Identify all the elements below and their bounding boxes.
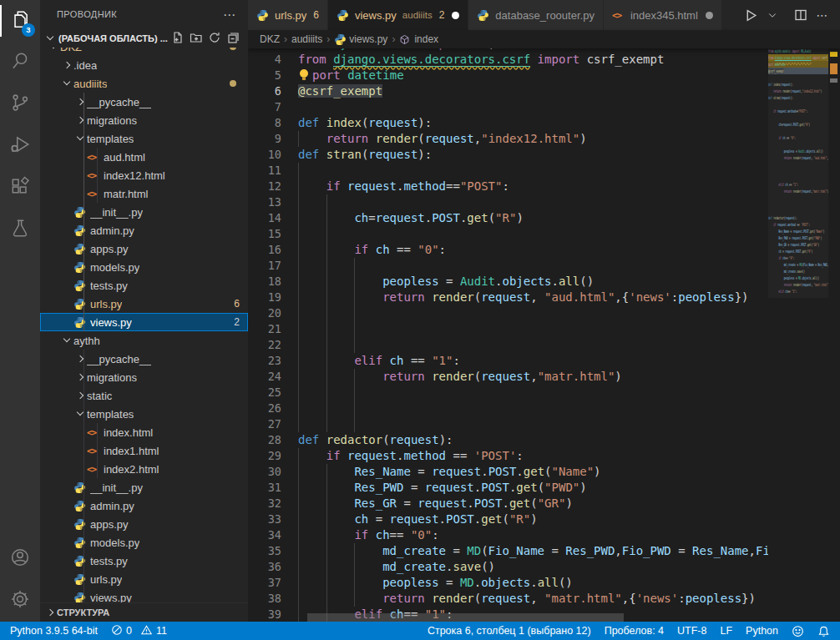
problems-status[interactable]: 0 11 [111,624,167,638]
indentation-status[interactable]: Пробелов: 4 [605,625,664,637]
tree-file-models-py[interactable]: models.py [40,258,248,276]
search-activity-button[interactable] [0,42,40,83]
tab-urls-py[interactable]: urls.py6 [248,0,328,30]
tree-file-apps-py[interactable]: apps.py [40,515,248,533]
chevron-down-icon [73,405,87,423]
horizontal-scrollbar[interactable] [307,613,624,622]
tree-item-label: .idea [73,59,97,72]
encoding-status[interactable]: UTF-8 [677,625,706,637]
tree-folder-__pycache__[interactable]: __pycache__ [40,93,248,111]
tree-folder-static[interactable]: static [40,386,248,405]
eol-status[interactable]: LF [720,625,732,637]
tree-file-urls-py[interactable]: urls.py [40,570,248,588]
feedback-icon[interactable] [792,625,804,637]
settings-button[interactable] [0,580,40,622]
account-button[interactable] [0,538,40,580]
tab-database_roouter-py[interactable]: database_roouter.py [468,0,604,30]
code-line-28: 28def redactor(request): [248,432,768,448]
code-line-35: 35 md_create = MD(Fio_Name = Res_PWD,Fio… [248,543,768,559]
tree-file-tests-py[interactable]: tests.py [40,276,248,295]
tree-file-apps-py[interactable]: apps.py [40,239,248,258]
notifications-bell-icon[interactable] [817,625,830,637]
tree-file-views-py[interactable]: views.py [40,588,248,602]
workspace-section-label: (РАБОЧАЯ ОБЛАСТЬ) ... [58,33,171,43]
breadcrumb-item-index[interactable]: index [399,33,438,45]
new-folder-button[interactable] [190,31,203,46]
line-number: 22 [248,337,281,353]
html-file-icon: <> [612,10,630,21]
breadcrumb-item-audiiits[interactable]: audiiits [291,33,322,45]
overview-ruler-mark [830,52,837,57]
tree-folder-audiiits[interactable]: audiiits [40,74,248,93]
refresh-button[interactable] [208,31,221,46]
tab-index345-html[interactable]: <>index345.html [604,0,722,30]
breadcrumb-item-views-py[interactable]: views.py [334,33,387,46]
tree-file-views-py[interactable]: views.py2 [40,313,248,331]
lightbulb-icon[interactable] [298,69,312,81]
collapse-all-button[interactable] [226,31,240,46]
tree-item-label: static [87,390,112,402]
tree-file-index-html[interactable]: <>index.html [40,423,248,441]
tree-file-tests-py[interactable]: tests.py [40,552,248,570]
workspace-section-header[interactable]: (РАБОЧАЯ ОБЛАСТЬ) ... [40,29,248,48]
tree-item-label: admin.py [90,224,134,237]
editor-more-actions-button[interactable]: ⋯ [813,6,832,24]
outline-section-header[interactable]: СТРУКТУРА [40,602,248,622]
tree-folder-aythh[interactable]: aythh [40,331,248,350]
tree-file-index1-html[interactable]: <>index1.html [40,441,248,460]
tree-folder-templates[interactable]: templates [40,129,248,148]
tree-file-urls-py[interactable]: urls.py6 [40,295,248,313]
tab-label: index345.html [630,9,698,22]
tree-folder-__pycache__[interactable]: __pycache__ [40,350,248,368]
line-number: 29 [248,448,281,464]
tree-file-__init__-py[interactable]: __init__.py [40,478,248,496]
breadcrumb-item-DKZ[interactable]: DKZ [260,33,280,45]
cursor-position-status[interactable]: Строка 6, столбец 1 (выбрано 12) [428,625,591,637]
tree-item-label: index12.html [104,169,165,182]
testing-activity-button[interactable] [0,209,40,250]
tree-item-label: matr.html [104,188,148,200]
tree-item-label: apps.py [90,518,129,531]
tree-file-admin-py[interactable]: admin.py [40,496,248,515]
run-dropdown-chevron-icon[interactable] [763,6,782,24]
tree-file-index2-html[interactable]: <>index2.html [40,460,248,478]
tree-file-aud-html[interactable]: <>aud.html [40,148,248,166]
run-python-file-button[interactable] [741,6,760,24]
line-number: 17 [248,258,281,274]
run-debug-activity-button[interactable] [0,125,40,167]
source-control-activity-button[interactable] [0,83,40,125]
explorer-activity-button[interactable]: 3 [0,0,40,42]
tree-folder-templates[interactable]: templates [40,405,248,423]
split-editor-button[interactable] [792,6,810,24]
code-line-11: 11 [248,163,768,179]
tree-item-label: urls.py [90,573,122,586]
tree-file-admin-py[interactable]: admin.py [40,221,248,239]
code-line-34: 34 if ch== "0": [248,527,768,543]
minimap-slider[interactable] [768,48,828,298]
extensions-activity-button[interactable] [0,167,40,209]
minimap[interactable]: from aythh.models import MD,Auditfrom dj… [768,48,828,622]
breadcrumb-separator: › [392,33,395,45]
indent-guide [298,194,299,210]
tree-file-models-py[interactable]: models.py [40,533,248,552]
tree-file-matr-html[interactable]: <>matr.html [40,184,248,203]
python-interpreter-status[interactable]: Python 3.9.5 64-bit [10,625,98,637]
code-line-12: 12 if request.method=="POST": [248,179,768,194]
warning-icon [140,624,153,638]
new-file-button[interactable] [171,31,185,46]
tree-folder-DKZ[interactable]: DKZ [40,48,248,56]
line-number: 12 [248,179,281,194]
tree-folder--idea[interactable]: .idea [40,56,248,74]
views-and-more-actions-button[interactable]: ⋯ [223,0,248,29]
line-number: 19 [248,290,281,305]
tree-folder-migrations[interactable]: migrations [40,368,248,386]
tab-views-py[interactable]: views.pyaudiiits2 [328,0,468,30]
tree-file-__init__-py[interactable]: __init__.py [40,203,248,221]
code-editor[interactable]: 3from aythh.models import MD,Audit4from … [248,48,768,622]
indent-guide [326,321,327,337]
tree-folder-migrations[interactable]: migrations [40,111,248,129]
language-mode-status[interactable]: Python [746,625,778,637]
tree-item-label: __pycache__ [87,353,151,365]
tree-file-index12-html[interactable]: <>index12.html [40,166,248,184]
line-number: 16 [248,242,281,258]
